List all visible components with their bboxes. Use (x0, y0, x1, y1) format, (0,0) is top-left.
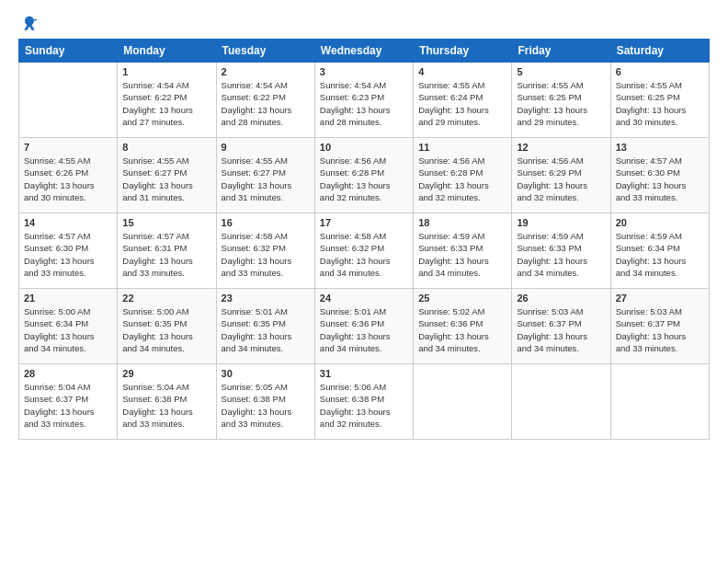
day-detail: Sunrise: 4:55 AM Sunset: 6:26 PM Dayligh… (24, 155, 112, 203)
header-row: SundayMondayTuesdayWednesdayThursdayFrid… (19, 40, 710, 63)
day-detail: Sunrise: 4:54 AM Sunset: 6:23 PM Dayligh… (320, 79, 408, 128)
day-number: 31 (320, 368, 408, 379)
day-number: 16 (222, 217, 310, 228)
day-number: 5 (517, 66, 605, 77)
day-detail: Sunrise: 4:59 AM Sunset: 6:33 PM Dayligh… (517, 230, 605, 279)
day-cell: 7Sunrise: 4:55 AM Sunset: 6:26 PM Daylig… (19, 138, 118, 213)
col-header-sunday: Sunday (19, 40, 118, 63)
week-row-3: 14Sunrise: 4:57 AM Sunset: 6:30 PM Dayli… (19, 213, 710, 289)
day-cell: 3Sunrise: 4:54 AM Sunset: 6:23 PM Daylig… (314, 63, 413, 138)
day-number: 29 (122, 368, 210, 379)
week-row-4: 21Sunrise: 5:00 AM Sunset: 6:34 PM Dayli… (19, 289, 710, 364)
week-row-2: 7Sunrise: 4:55 AM Sunset: 6:26 PM Daylig… (19, 138, 710, 213)
day-cell (19, 63, 118, 138)
day-number: 18 (418, 217, 506, 228)
day-cell: 27Sunrise: 5:03 AM Sunset: 6:37 PM Dayli… (610, 289, 709, 364)
day-number: 30 (222, 368, 310, 379)
day-cell: 29Sunrise: 5:04 AM Sunset: 6:38 PM Dayli… (118, 364, 216, 440)
day-cell: 13Sunrise: 4:57 AM Sunset: 6:30 PM Dayli… (610, 138, 709, 213)
day-detail: Sunrise: 5:04 AM Sunset: 6:37 PM Dayligh… (24, 381, 112, 430)
day-cell: 12Sunrise: 4:56 AM Sunset: 6:29 PM Dayli… (512, 138, 610, 213)
day-detail: Sunrise: 4:55 AM Sunset: 6:24 PM Dayligh… (418, 79, 506, 128)
day-detail: Sunrise: 4:57 AM Sunset: 6:30 PM Dayligh… (24, 230, 112, 279)
day-number: 23 (222, 293, 310, 304)
day-detail: Sunrise: 4:57 AM Sunset: 6:30 PM Dayligh… (616, 155, 704, 203)
day-cell: 22Sunrise: 5:00 AM Sunset: 6:35 PM Dayli… (118, 289, 216, 364)
col-header-tuesday: Tuesday (216, 40, 314, 63)
day-number: 27 (616, 293, 704, 304)
day-cell: 20Sunrise: 4:59 AM Sunset: 6:34 PM Dayli… (610, 213, 709, 289)
day-cell: 15Sunrise: 4:57 AM Sunset: 6:31 PM Dayli… (118, 213, 216, 289)
day-cell: 11Sunrise: 4:56 AM Sunset: 6:28 PM Dayli… (414, 138, 512, 213)
day-detail: Sunrise: 5:02 AM Sunset: 6:36 PM Dayligh… (418, 305, 506, 354)
day-cell: 17Sunrise: 4:58 AM Sunset: 6:32 PM Dayli… (314, 213, 413, 289)
day-cell: 1Sunrise: 4:54 AM Sunset: 6:22 PM Daylig… (118, 63, 216, 138)
page: SundayMondayTuesdayWednesdayThursdayFrid… (0, 0, 728, 563)
day-detail: Sunrise: 5:04 AM Sunset: 6:38 PM Dayligh… (122, 381, 210, 430)
day-cell: 8Sunrise: 4:55 AM Sunset: 6:27 PM Daylig… (118, 138, 216, 213)
day-detail: Sunrise: 5:00 AM Sunset: 6:34 PM Dayligh… (24, 305, 112, 354)
day-cell: 19Sunrise: 4:59 AM Sunset: 6:33 PM Dayli… (512, 213, 610, 289)
calendar-table: SundayMondayTuesdayWednesdayThursdayFrid… (18, 39, 710, 440)
day-cell: 18Sunrise: 4:59 AM Sunset: 6:33 PM Dayli… (414, 213, 512, 289)
day-number: 26 (517, 293, 605, 304)
day-number: 22 (122, 293, 210, 304)
day-detail: Sunrise: 4:58 AM Sunset: 6:32 PM Dayligh… (222, 230, 310, 279)
day-cell: 31Sunrise: 5:06 AM Sunset: 6:38 PM Dayli… (314, 364, 413, 440)
col-header-friday: Friday (512, 40, 610, 63)
col-header-thursday: Thursday (414, 40, 512, 63)
day-cell: 23Sunrise: 5:01 AM Sunset: 6:35 PM Dayli… (216, 289, 314, 364)
day-number: 3 (320, 66, 408, 77)
day-detail: Sunrise: 4:58 AM Sunset: 6:32 PM Dayligh… (320, 230, 408, 279)
day-number: 11 (418, 142, 506, 153)
day-cell: 16Sunrise: 4:58 AM Sunset: 6:32 PM Dayli… (216, 213, 314, 289)
day-number: 28 (24, 368, 112, 379)
day-cell: 5Sunrise: 4:55 AM Sunset: 6:25 PM Daylig… (512, 63, 610, 138)
day-number: 15 (122, 217, 210, 228)
day-detail: Sunrise: 4:54 AM Sunset: 6:22 PM Dayligh… (122, 79, 210, 128)
day-detail: Sunrise: 4:55 AM Sunset: 6:27 PM Dayligh… (122, 155, 210, 203)
day-number: 20 (616, 217, 704, 228)
day-number: 7 (24, 142, 112, 153)
day-cell: 4Sunrise: 4:55 AM Sunset: 6:24 PM Daylig… (414, 63, 512, 138)
day-number: 24 (320, 293, 408, 304)
col-header-saturday: Saturday (610, 40, 709, 63)
logo-bird-icon (20, 15, 39, 33)
day-detail: Sunrise: 5:05 AM Sunset: 6:38 PM Dayligh… (222, 381, 310, 430)
day-cell: 14Sunrise: 4:57 AM Sunset: 6:30 PM Dayli… (19, 213, 118, 289)
day-number: 13 (616, 142, 704, 153)
day-number: 1 (122, 66, 210, 77)
day-cell (414, 364, 512, 440)
day-detail: Sunrise: 5:00 AM Sunset: 6:35 PM Dayligh… (122, 305, 210, 354)
day-number: 10 (320, 142, 408, 153)
day-detail: Sunrise: 5:03 AM Sunset: 6:37 PM Dayligh… (517, 305, 605, 354)
day-number: 4 (418, 66, 506, 77)
day-cell: 24Sunrise: 5:01 AM Sunset: 6:36 PM Dayli… (314, 289, 413, 364)
day-detail: Sunrise: 4:59 AM Sunset: 6:33 PM Dayligh… (418, 230, 506, 279)
day-cell: 25Sunrise: 5:02 AM Sunset: 6:36 PM Dayli… (414, 289, 512, 364)
day-cell: 6Sunrise: 4:55 AM Sunset: 6:25 PM Daylig… (610, 63, 709, 138)
day-number: 9 (222, 142, 310, 153)
day-cell: 21Sunrise: 5:00 AM Sunset: 6:34 PM Dayli… (19, 289, 118, 364)
day-detail: Sunrise: 4:55 AM Sunset: 6:25 PM Dayligh… (616, 79, 704, 128)
day-cell: 28Sunrise: 5:04 AM Sunset: 6:37 PM Dayli… (19, 364, 118, 440)
week-row-1: 1Sunrise: 4:54 AM Sunset: 6:22 PM Daylig… (19, 63, 710, 138)
day-cell: 26Sunrise: 5:03 AM Sunset: 6:37 PM Dayli… (512, 289, 610, 364)
day-number: 19 (517, 217, 605, 228)
week-row-5: 28Sunrise: 5:04 AM Sunset: 6:37 PM Dayli… (19, 364, 710, 440)
day-detail: Sunrise: 5:01 AM Sunset: 6:35 PM Dayligh… (222, 305, 310, 354)
day-detail: Sunrise: 5:01 AM Sunset: 6:36 PM Dayligh… (320, 305, 408, 354)
day-detail: Sunrise: 4:56 AM Sunset: 6:28 PM Dayligh… (418, 155, 506, 203)
day-detail: Sunrise: 4:55 AM Sunset: 6:27 PM Dayligh… (222, 155, 310, 203)
day-detail: Sunrise: 4:57 AM Sunset: 6:31 PM Dayligh… (122, 230, 210, 279)
day-detail: Sunrise: 4:59 AM Sunset: 6:34 PM Dayligh… (616, 230, 704, 279)
day-detail: Sunrise: 4:56 AM Sunset: 6:28 PM Dayligh… (320, 155, 408, 203)
day-cell (512, 364, 610, 440)
day-number: 17 (320, 217, 408, 228)
day-number: 12 (517, 142, 605, 153)
col-header-wednesday: Wednesday (314, 40, 413, 63)
header (18, 15, 710, 33)
day-detail: Sunrise: 5:03 AM Sunset: 6:37 PM Dayligh… (616, 305, 704, 354)
day-number: 6 (616, 66, 704, 77)
day-number: 8 (122, 142, 210, 153)
